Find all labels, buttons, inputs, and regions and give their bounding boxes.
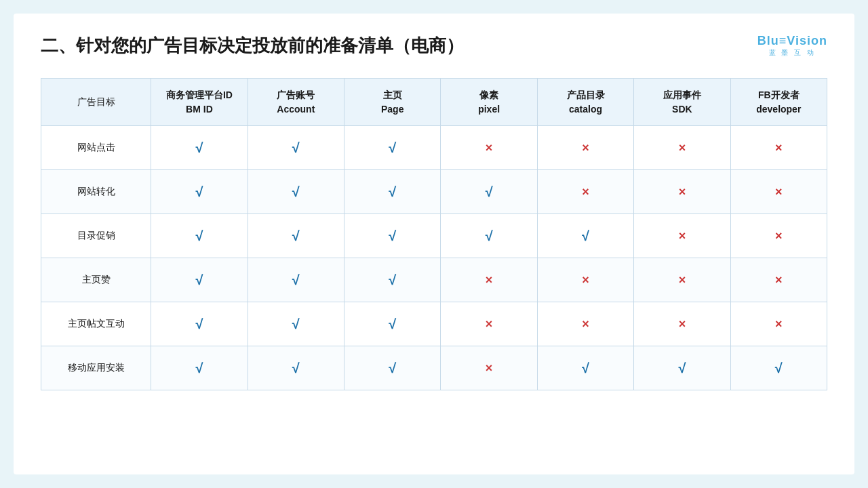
check-icon: √	[775, 361, 783, 375]
cross-icon: ×	[775, 141, 783, 155]
cell-catalog: ×	[537, 170, 633, 214]
cell-developer: ×	[730, 258, 827, 302]
cell-pixel: ×	[441, 126, 537, 170]
check-icon: √	[486, 184, 493, 199]
cell-catalog: √	[537, 214, 633, 258]
requirements-table: 广告目标 商务管理平台ID BM ID 广告账号 Account 主页 Page…	[41, 78, 827, 390]
cross-icon: ×	[775, 273, 783, 287]
cross-icon: ×	[775, 185, 783, 199]
cross-icon: ×	[775, 229, 783, 243]
check-icon: √	[389, 272, 396, 287]
cell-catalog: √	[537, 346, 633, 390]
cell-developer: √	[730, 346, 827, 390]
check-icon: √	[292, 228, 300, 243]
cell-pixel: √	[441, 170, 537, 214]
check-icon: √	[389, 140, 396, 155]
cell-developer: ×	[730, 214, 827, 258]
check-icon: √	[195, 272, 203, 287]
header-goal: 广告目标	[41, 79, 151, 126]
check-icon: √	[195, 317, 203, 331]
cell-page: √	[344, 126, 441, 170]
cell-account: √	[248, 170, 344, 214]
page-title: 二、针对您的广告目标决定投放前的准备清单（电商）	[41, 34, 827, 58]
cell-account: √	[248, 258, 344, 302]
check-icon: √	[389, 361, 396, 375]
cell-bm: √	[151, 126, 248, 170]
check-icon: √	[389, 317, 396, 331]
cell-sdk: ×	[634, 126, 730, 170]
cell-goal: 网站点击	[41, 126, 151, 170]
check-icon: √	[292, 184, 300, 199]
cell-page: √	[344, 346, 441, 390]
cell-account: √	[248, 126, 344, 170]
cell-goal: 主页赞	[41, 258, 151, 302]
header-page: 主页 Page	[344, 79, 441, 126]
table-row: 网站点击√√√××××	[41, 126, 827, 170]
cell-sdk: ×	[634, 214, 730, 258]
cell-pixel: ×	[441, 346, 537, 390]
cell-page: √	[344, 302, 441, 346]
check-icon: √	[582, 228, 589, 243]
table-row: 目录促销√√√√√××	[41, 214, 827, 258]
check-icon: √	[582, 361, 589, 375]
check-icon: √	[292, 361, 300, 375]
check-icon: √	[389, 228, 396, 243]
slide: 二、针对您的广告目标决定投放前的准备清单（电商） Blu≡Vision 蓝 墨 …	[14, 14, 854, 474]
cell-goal: 目录促销	[41, 214, 151, 258]
table-row: 移动应用安装√√√×√√√	[41, 346, 827, 390]
cell-bm: √	[151, 258, 248, 302]
cross-icon: ×	[582, 317, 589, 331]
cell-developer: ×	[730, 302, 827, 346]
table-row: 主页帖文互动√√√××××	[41, 302, 827, 346]
check-icon: √	[195, 361, 203, 375]
cell-developer: ×	[730, 170, 827, 214]
cross-icon: ×	[775, 317, 783, 331]
logo-tagline: 蓝 墨 互 动	[757, 48, 827, 58]
cell-pixel: ×	[441, 258, 537, 302]
cross-icon: ×	[679, 141, 686, 155]
cell-bm: √	[151, 346, 248, 390]
cell-sdk: ×	[634, 302, 730, 346]
cell-catalog: ×	[537, 258, 633, 302]
cross-icon: ×	[582, 273, 589, 287]
cross-icon: ×	[486, 317, 493, 331]
cell-bm: √	[151, 170, 248, 214]
cell-goal: 网站转化	[41, 170, 151, 214]
cell-bm: √	[151, 214, 248, 258]
cross-icon: ×	[582, 141, 589, 155]
cell-sdk: ×	[634, 170, 730, 214]
cell-page: √	[344, 170, 441, 214]
table-header-row: 广告目标 商务管理平台ID BM ID 广告账号 Account 主页 Page…	[41, 79, 827, 126]
cross-icon: ×	[582, 185, 589, 199]
cell-catalog: ×	[537, 126, 633, 170]
cross-icon: ×	[679, 273, 686, 287]
header-pixel: 像素 pixel	[441, 79, 537, 126]
logo-brand: Blu≡Vision	[757, 34, 827, 47]
check-icon: √	[195, 228, 203, 243]
cross-icon: ×	[679, 317, 686, 331]
cell-sdk: ×	[634, 258, 730, 302]
check-icon: √	[292, 317, 300, 331]
check-icon: √	[195, 140, 203, 155]
check-icon: √	[486, 228, 493, 243]
cross-icon: ×	[486, 273, 493, 287]
table-row: 网站转化√√√√×××	[41, 170, 827, 214]
check-icon: √	[389, 184, 396, 199]
check-icon: √	[195, 184, 203, 199]
cell-pixel: √	[441, 214, 537, 258]
cross-icon: ×	[679, 185, 686, 199]
table-row: 主页赞√√√××××	[41, 258, 827, 302]
header-bm: 商务管理平台ID BM ID	[151, 79, 248, 126]
cell-goal: 移动应用安装	[41, 346, 151, 390]
cross-icon: ×	[486, 361, 493, 375]
cross-icon: ×	[679, 229, 686, 243]
cell-bm: √	[151, 302, 248, 346]
header-account: 广告账号 Account	[248, 79, 344, 126]
cell-page: √	[344, 214, 441, 258]
header-developer: FB开发者 developer	[730, 79, 827, 126]
cell-goal: 主页帖文互动	[41, 302, 151, 346]
header-sdk: 应用事件 SDK	[634, 79, 730, 126]
cell-sdk: √	[634, 346, 730, 390]
cell-account: √	[248, 214, 344, 258]
cross-icon: ×	[486, 141, 493, 155]
